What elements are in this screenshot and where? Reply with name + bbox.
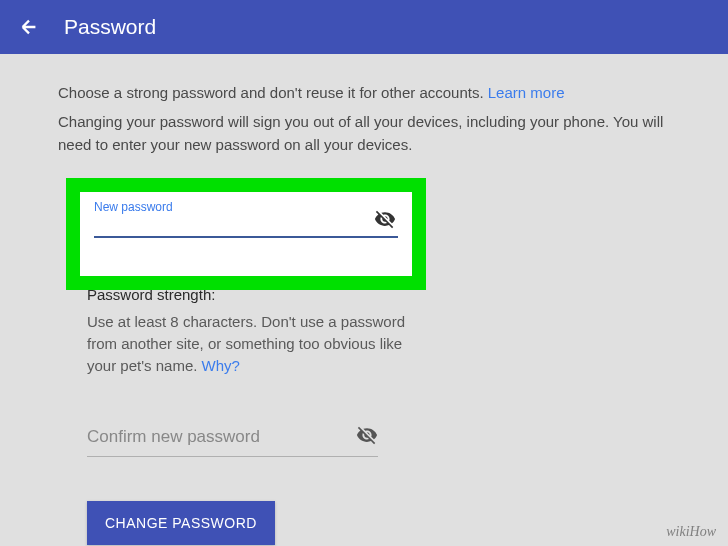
visibility-off-icon[interactable] xyxy=(356,424,378,450)
why-link[interactable]: Why? xyxy=(202,357,240,374)
new-password-field[interactable] xyxy=(94,236,398,238)
visibility-off-icon[interactable] xyxy=(374,208,396,234)
back-arrow-icon[interactable] xyxy=(18,16,40,38)
intro-text-2: Changing your password will sign you out… xyxy=(58,111,670,156)
strength-text-body: Use at least 8 characters. Don't use a p… xyxy=(87,313,405,374)
intro-text-pre: Choose a strong password and don't reuse… xyxy=(58,84,488,101)
page-title: Password xyxy=(64,15,156,39)
intro-text-1: Choose a strong password and don't reuse… xyxy=(58,84,670,101)
confirm-password-field[interactable]: Confirm new password xyxy=(87,424,378,457)
watermark: wikiHow xyxy=(666,524,716,540)
strength-text: Use at least 8 characters. Don't use a p… xyxy=(87,311,427,376)
field-underline xyxy=(94,236,398,238)
learn-more-link[interactable]: Learn more xyxy=(488,84,565,101)
new-password-label: New password xyxy=(94,200,398,214)
button-section: CHANGE PASSWORD xyxy=(58,501,670,545)
confirm-password-section: Confirm new password xyxy=(58,424,378,457)
highlight-callout: New password xyxy=(66,178,426,290)
app-header: Password xyxy=(0,0,728,54)
content-area: Choose a strong password and don't reuse… xyxy=(0,54,728,546)
password-strength-section: Password strength: Use at least 8 charac… xyxy=(58,286,670,376)
new-password-card: New password xyxy=(80,192,412,276)
change-password-button[interactable]: CHANGE PASSWORD xyxy=(87,501,275,545)
confirm-placeholder: Confirm new password xyxy=(87,427,260,447)
